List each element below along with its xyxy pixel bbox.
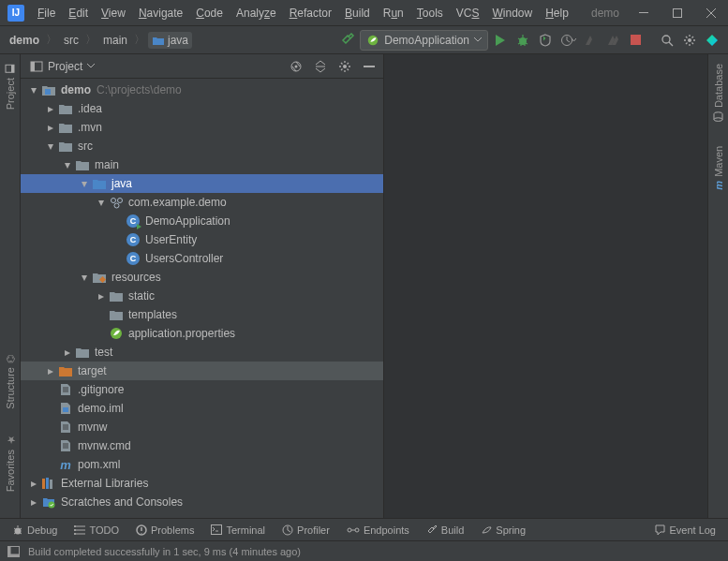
- tree-node-mvnwcmd[interactable]: ▸mvnw.cmd: [21, 436, 383, 455]
- tree-node-root[interactable]: ▾demoC:\projects\demo: [21, 81, 383, 99]
- bottom-tab-profiler[interactable]: Profiler: [275, 523, 336, 538]
- menu-analyze[interactable]: Analyze: [230, 4, 282, 22]
- maximize-button[interactable]: [661, 0, 694, 26]
- menu-edit[interactable]: Edit: [63, 4, 94, 22]
- hide-panel-icon[interactable]: [359, 56, 379, 77]
- bottom-tab-terminal[interactable]: Terminal: [204, 523, 272, 538]
- tree-node-pom[interactable]: ▸mpom.xml: [21, 455, 383, 474]
- menu-build[interactable]: Build: [339, 4, 376, 22]
- bottom-tab-endpoints[interactable]: Endpoints: [340, 523, 416, 538]
- menu-help[interactable]: Help: [540, 4, 574, 22]
- folder-icon: [109, 307, 124, 322]
- left-tab-favorites[interactable]: Favorites ★: [2, 430, 18, 495]
- tree-node-class-demoapp[interactable]: ▸CDemoApplication: [21, 212, 383, 230]
- menu-vcs[interactable]: VCS: [451, 4, 485, 22]
- project-tree[interactable]: ▾demoC:\projects\demo ▸.idea ▸.mvn ▾src …: [21, 79, 383, 518]
- status-bar: Build completed successfully in 1 sec, 9…: [0, 540, 728, 561]
- left-tab-project[interactable]: Project: [3, 60, 18, 113]
- chevron-right-icon[interactable]: ▸: [96, 290, 107, 302]
- debug-button[interactable]: [513, 30, 533, 51]
- bottom-tab-problems[interactable]: Problems: [129, 523, 201, 538]
- menu-run[interactable]: Run: [378, 4, 409, 22]
- tool-windows-toggle-icon[interactable]: [6, 544, 21, 559]
- menu-tools[interactable]: Tools: [411, 4, 449, 22]
- chevron-right-icon[interactable]: ▸: [45, 365, 56, 376]
- chevron-right-icon[interactable]: ▸: [62, 347, 73, 358]
- tree-node-main[interactable]: ▾main: [21, 155, 383, 174]
- close-button[interactable]: [694, 0, 728, 26]
- project-view-selector[interactable]: Project: [24, 58, 100, 75]
- svg-point-26: [49, 502, 55, 509]
- bottom-tab-build[interactable]: Build: [420, 523, 470, 538]
- chevron-right-icon[interactable]: ▸: [45, 122, 56, 133]
- tree-node-appprops[interactable]: ▸application.properties: [21, 324, 383, 343]
- breadcrumb-root[interactable]: demo: [6, 32, 43, 49]
- attach-debugger-icon[interactable]: [580, 30, 601, 51]
- expand-all-icon[interactable]: [310, 56, 331, 77]
- chevron-down-icon[interactable]: ▾: [45, 140, 56, 152]
- coverage-button[interactable]: [535, 30, 556, 51]
- tree-node-target[interactable]: ▸target: [21, 362, 383, 380]
- tree-node-external-libs[interactable]: ▸External Libraries: [21, 474, 383, 493]
- breadcrumb-java[interactable]: java: [148, 32, 192, 49]
- bottom-tab-event-log[interactable]: Event Log: [648, 523, 722, 538]
- run-config-selector[interactable]: DemoApplication: [360, 30, 488, 51]
- chevron-right-icon[interactable]: ▸: [28, 478, 39, 489]
- right-tab-database[interactable]: Database: [711, 60, 726, 125]
- chevron-down-icon[interactable]: ▾: [96, 197, 107, 208]
- chevron-right-icon[interactable]: ▸: [28, 496, 39, 508]
- chevron-down-icon[interactable]: ▾: [28, 84, 39, 96]
- class-icon: C: [126, 251, 141, 266]
- tree-node-mvnw[interactable]: ▸mvnw: [21, 418, 383, 436]
- select-opened-file-icon[interactable]: [286, 56, 306, 77]
- run-button[interactable]: [490, 30, 511, 51]
- attach-profiler-icon[interactable]: [602, 30, 623, 51]
- tree-node-mvn[interactable]: ▸.mvn: [21, 118, 383, 137]
- bottom-tab-debug[interactable]: Debug: [6, 523, 64, 538]
- breadcrumb-main[interactable]: main: [99, 32, 131, 49]
- breadcrumb-src[interactable]: src: [60, 32, 82, 49]
- svg-point-6: [662, 36, 670, 43]
- minimize-button[interactable]: [627, 0, 661, 26]
- menu-code[interactable]: Code: [190, 4, 229, 22]
- panel-settings-icon[interactable]: [334, 56, 355, 77]
- tree-node-class-userscontroller[interactable]: ▸CUsersController: [21, 249, 383, 268]
- left-tab-structure[interactable]: Structure ⌬: [2, 350, 18, 413]
- right-tab-maven[interactable]: m Maven: [711, 142, 726, 194]
- menu-navigate[interactable]: Navigate: [133, 4, 188, 22]
- tree-node-templates[interactable]: ▸templates: [21, 305, 383, 324]
- bottom-tab-todo[interactable]: TODO: [67, 523, 126, 538]
- tree-node-idea[interactable]: ▸.idea: [21, 99, 383, 118]
- tree-node-iml[interactable]: ▸demo.iml: [21, 399, 383, 418]
- tree-node-src[interactable]: ▾src: [21, 137, 383, 155]
- tree-node-class-userentity[interactable]: ▸CUserEntity: [21, 230, 383, 249]
- tree-node-resources[interactable]: ▾resources: [21, 268, 383, 287]
- menu-file[interactable]: File: [32, 4, 61, 22]
- svg-rect-33: [212, 525, 222, 535]
- tree-node-java[interactable]: ▾java: [21, 174, 383, 193]
- svg-rect-22: [63, 407, 68, 412]
- chevron-right-icon[interactable]: ▸: [45, 103, 56, 114]
- chevron-down-icon[interactable]: ▾: [79, 178, 90, 189]
- menu-refactor[interactable]: Refactor: [284, 4, 337, 22]
- menu-window[interactable]: Window: [486, 4, 538, 22]
- ide-settings-icon[interactable]: [679, 30, 700, 51]
- tree-node-package[interactable]: ▾com.example.demo: [21, 193, 383, 212]
- tree-node-scratches[interactable]: ▸Scratches and Consoles: [21, 493, 383, 511]
- code-with-me-icon[interactable]: [702, 30, 722, 51]
- stop-button[interactable]: [625, 30, 646, 51]
- node-label: .mvn: [78, 121, 102, 134]
- tree-node-static[interactable]: ▸static: [21, 287, 383, 305]
- menu-view[interactable]: View: [96, 4, 131, 22]
- tree-node-gitignore[interactable]: ▸.gitignore: [21, 380, 383, 399]
- svg-point-30: [74, 529, 76, 531]
- tree-node-test[interactable]: ▸test: [21, 343, 383, 362]
- chevron-down-icon[interactable]: ▾: [79, 272, 90, 283]
- bottom-tab-spring[interactable]: Spring: [474, 523, 532, 538]
- menubar: File Edit View Navigate Code Analyze Ref…: [32, 4, 584, 22]
- build-hammer-icon[interactable]: [337, 30, 358, 51]
- profile-button[interactable]: [557, 30, 578, 51]
- chevron-down-icon[interactable]: ▾: [62, 159, 73, 170]
- svg-rect-0: [639, 12, 648, 13]
- search-everywhere-icon[interactable]: [657, 30, 677, 51]
